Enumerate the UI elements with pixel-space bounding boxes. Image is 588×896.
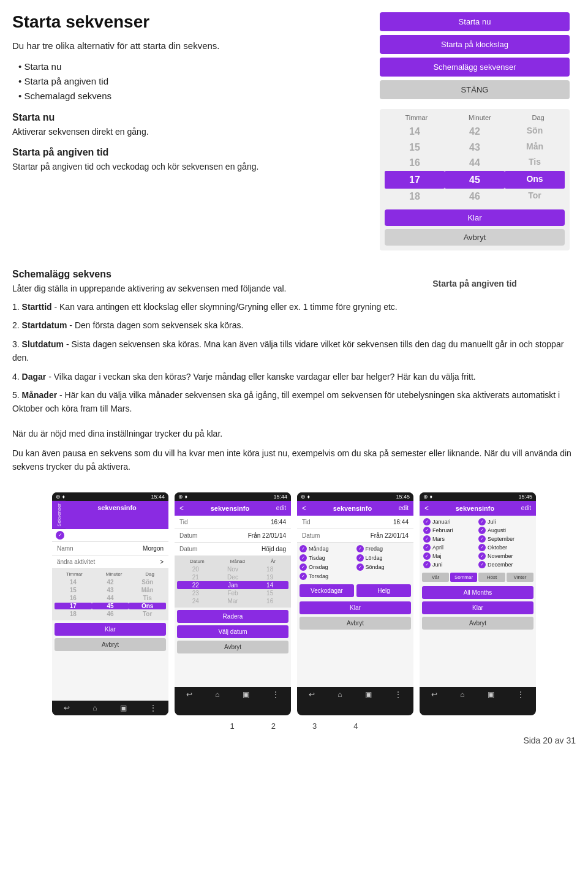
back-icon-2[interactable]: ↩	[186, 690, 192, 699]
klar-button-timepicker[interactable]: Klar	[385, 209, 565, 226]
day-fredag: ✓ Fredag	[356, 545, 412, 552]
check-mandag: ✓	[300, 545, 307, 552]
month-december: ✓ December	[478, 561, 532, 568]
check-sondag: ✓	[356, 563, 364, 571]
starta-pa-angiven-tid-text: Startar på angiven tid och veckodag och …	[12, 160, 368, 173]
phone-klar-4[interactable]: Klar	[422, 601, 533, 614]
md-d4: Tor	[129, 611, 166, 617]
menu-icon-2[interactable]: ⋮	[272, 690, 279, 699]
home-icon-2[interactable]: ⌂	[215, 690, 219, 699]
season-host[interactable]: Höst	[478, 573, 505, 582]
starta-nu-button[interactable]: Starta nu	[380, 12, 570, 31]
month-augusti: ✓ Augusti	[478, 527, 532, 534]
phone-klar-3[interactable]: Klar	[300, 601, 411, 614]
mini-drum-r1: 15 43 Mån	[55, 586, 166, 594]
schemalag-sekvenser-button[interactable]: Schemalägg sekvenser	[380, 58, 570, 77]
check-april: ✓	[423, 544, 431, 551]
starta-pa-angiven-tid-heading: Starta på angiven tid	[12, 147, 368, 158]
phone-avbryt-3[interactable]: Avbryt	[300, 617, 411, 630]
month-januari: ✓ Januari	[423, 518, 477, 525]
month-september: ✓ September	[478, 535, 532, 543]
recents-icon-3[interactable]: ▣	[365, 690, 372, 699]
check-augusti: ✓	[478, 527, 486, 534]
edit-btn-2[interactable]: edit	[276, 505, 286, 511]
check-december: ✓	[478, 561, 486, 568]
season-sommar[interactable]: Sommar	[450, 573, 477, 582]
phone-valj-datum-2[interactable]: Välj datum	[177, 625, 288, 638]
md-h0: 14	[55, 579, 92, 585]
row-datum-2: Datum Från 22/01/14	[175, 529, 291, 543]
page-title: Starta sekvenser	[12, 12, 368, 32]
home-icon-3[interactable]: ⌂	[337, 690, 342, 699]
phone-helg-3[interactable]: Helg	[356, 584, 411, 597]
month-juni-label: Juni	[432, 562, 443, 568]
dr-d4: 24	[177, 598, 214, 604]
md-m1: 43	[92, 587, 129, 593]
menu-icon-1[interactable]: ⋮	[149, 704, 157, 712]
phone-avbryt-2[interactable]: Avbryt	[177, 641, 288, 653]
sekvens-tab: Sekvenser	[52, 501, 66, 529]
dh-minuter: Minuter	[106, 571, 123, 577]
day-sondag-label: Söndag	[366, 564, 385, 570]
nav-bar-2: ↩ ⌂ ▣ ⋮	[175, 687, 291, 702]
home-icon-1[interactable]: ⌂	[92, 704, 97, 712]
day-mandag: ✓ Måndag	[300, 545, 355, 552]
season-vinter[interactable]: Vinter	[507, 573, 533, 582]
phone-veckodagar-3[interactable]: Veckodagar	[300, 584, 354, 597]
stang-button[interactable]: STÄNG	[380, 80, 570, 99]
menu-icon-3[interactable]: ⋮	[394, 690, 402, 699]
back-btn-4[interactable]: <	[424, 504, 429, 513]
item-4: 4. Dagar - Vilka dagar i veckan ska den …	[12, 370, 576, 383]
back-btn-3[interactable]: <	[302, 504, 306, 513]
season-var[interactable]: Vår	[422, 573, 449, 582]
back-btn-2[interactable]: <	[179, 504, 184, 513]
item-2: 2. Startdatum - Den första dagen som sek…	[12, 318, 576, 332]
satisfied-text: När du är nöjd med dina inställningar tr…	[12, 427, 576, 440]
phone-avbryt-4[interactable]: Avbryt	[422, 617, 533, 630]
check-tisdag: ✓	[300, 554, 307, 562]
phone-klar-1[interactable]: Klar	[55, 623, 166, 636]
check-lordag: ✓	[356, 554, 364, 562]
back-icon-4[interactable]: ↩	[431, 690, 437, 699]
col-datum: Datum	[190, 559, 205, 564]
dr-m0: Nov	[214, 566, 252, 573]
page-num-2: 2	[271, 721, 276, 731]
month-oktober: ✓ Oktober	[478, 544, 532, 551]
schema-section: Schemalägg sekvens Låter dig ställa in u…	[0, 250, 588, 300]
menu-icon-4[interactable]: ⋮	[517, 690, 524, 699]
md-h1: 15	[55, 587, 92, 593]
recents-icon-1[interactable]: ▣	[120, 704, 127, 712]
month-januari-label: Januari	[432, 519, 451, 525]
month-april-label: April	[432, 544, 443, 551]
phone-radera-2[interactable]: Radera	[177, 610, 288, 623]
date-picker-2: Datum Månad År 20 Nov 18 21 Dec 19 22 Ja…	[175, 556, 291, 608]
schema-description: Låter dig ställa in upprepande aktiverin…	[12, 282, 368, 295]
edit-btn-4[interactable]: edit	[521, 505, 531, 511]
month-juli-label: Juli	[488, 519, 496, 525]
status-bar-3: ⊕ ♦ 15:45	[297, 492, 413, 501]
nav-bar-3: ↩ ⌂ ▣ ⋮	[297, 687, 413, 702]
day-tisdag-label: Tisdag	[309, 555, 325, 561]
month-mars: ✓ Mars	[423, 535, 477, 543]
phone-avbryt-1[interactable]: Avbryt	[55, 638, 166, 651]
ui-column: Starta nu Starta på klockslag Schemalägg…	[380, 12, 570, 250]
home-icon-4[interactable]: ⌂	[460, 690, 464, 699]
recents-icon-2[interactable]: ▣	[243, 690, 249, 699]
dr-d0: 20	[177, 566, 214, 573]
back-icon-3[interactable]: ↩	[309, 690, 315, 699]
header-title-3: sekvensinfo	[333, 505, 372, 512]
day-lordag: ✓ Lördag	[356, 554, 412, 562]
back-icon-1[interactable]: ↩	[64, 704, 70, 712]
phone-screen-4: ⊕ ♦ 15:45 < sekvensinfo edit ✓ Januari ✓…	[420, 492, 536, 715]
item-2-text: - Den första dagen som sekvensek ska kör…	[67, 320, 243, 330]
month-juli: ✓ Juli	[478, 518, 532, 525]
starta-pa-klockslag-button[interactable]: Starta på klockslag	[380, 35, 570, 54]
month-maj: ✓ Maj	[423, 552, 477, 560]
md-d3: Ons	[129, 603, 166, 609]
header-label-1: sekvensinfo	[97, 504, 137, 511]
recents-icon-4[interactable]: ▣	[488, 690, 494, 699]
screenshot-row: ⊕ ♦ 15:44 Sekvenser sekvensinfo ✓ Namn M…	[0, 480, 588, 715]
edit-btn-3[interactable]: edit	[399, 505, 409, 511]
avbryt-button-timepicker[interactable]: Avbryt	[385, 229, 565, 246]
phone-all-months-4[interactable]: All Months	[422, 586, 533, 599]
